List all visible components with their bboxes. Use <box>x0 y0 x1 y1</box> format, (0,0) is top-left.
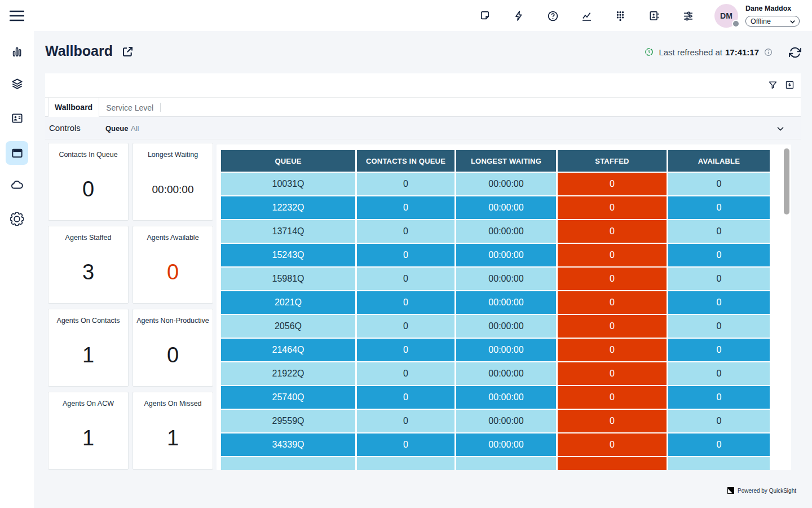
info-icon[interactable] <box>764 48 773 56</box>
table-row: 21922Q000:00:0000 <box>221 362 770 385</box>
queue-cell <box>221 457 355 470</box>
value-cell: 0 <box>357 315 454 338</box>
kpi-card: Agents Available0 <box>133 226 213 304</box>
open-in-new-icon[interactable] <box>121 45 134 58</box>
queue-table: QUEUECONTACTS IN QUEUELONGEST WAITINGSTA… <box>219 149 771 470</box>
dialpad-icon[interactable] <box>610 6 630 26</box>
value-cell: 0 <box>558 339 667 361</box>
value-cell: 0 <box>558 410 667 432</box>
value-cell: 0 <box>357 268 454 290</box>
status-select[interactable]: Offline <box>745 16 800 27</box>
queue-cell: 2056Q <box>221 315 355 338</box>
refresh-status-icon <box>645 47 654 56</box>
value-cell: 0 <box>558 433 667 456</box>
table-row <box>221 457 770 470</box>
sidebar-item-contacts[interactable] <box>8 109 26 127</box>
download-icon[interactable] <box>784 79 795 90</box>
hamburger-menu-icon[interactable] <box>8 8 26 24</box>
value-cell <box>456 457 556 470</box>
table-row: 29559Q000:00:0000 <box>221 410 770 432</box>
sidebar-item-cloud[interactable] <box>8 176 26 194</box>
queue-filter-value[interactable]: All <box>131 124 139 133</box>
controls-bar: Controls Queue All <box>45 117 801 139</box>
controls-collapse-icon[interactable] <box>776 124 785 133</box>
value-cell: 0 <box>558 173 667 195</box>
kpi-value: 1 <box>167 426 179 450</box>
value-cell: 0 <box>558 244 667 266</box>
directory-icon[interactable] <box>644 6 664 26</box>
metrics-icon[interactable] <box>576 6 597 26</box>
value-cell: 00:00:00 <box>456 173 556 195</box>
value-cell: 0 <box>357 244 454 266</box>
kpi-label: Agents Staffed <box>65 234 112 242</box>
value-cell: 0 <box>668 268 770 290</box>
value-cell: 0 <box>357 339 454 361</box>
table-row: 15981Q000:00:0000 <box>221 268 770 290</box>
bolt-icon[interactable] <box>509 6 529 26</box>
table-row: 12232Q000:00:0000 <box>221 196 770 219</box>
controls-label: Controls <box>49 123 81 133</box>
kpi-label: Agents On ACW <box>63 400 114 408</box>
queue-cell: 34339Q <box>221 433 355 456</box>
tab-service-level[interactable]: Service Level <box>99 98 160 117</box>
kpi-label: Agents On Missed <box>144 400 201 408</box>
queue-cell: 15243Q <box>221 244 355 266</box>
value-cell: 00:00:00 <box>456 244 556 266</box>
kpi-card: Contacts In Queue0 <box>48 143 129 221</box>
table-scrollbar-thumb[interactable] <box>784 148 789 214</box>
value-cell: 0 <box>668 244 770 266</box>
table-row: 15243Q000:00:0000 <box>221 244 770 266</box>
note-icon[interactable] <box>475 6 495 26</box>
value-cell: 0 <box>668 315 770 338</box>
kpi-label: Agents Non-Productive <box>136 317 209 325</box>
column-header: LONGEST WAITING <box>456 150 556 172</box>
sidebar-item-analytics[interactable] <box>8 43 26 61</box>
queue-cell: 2021Q <box>221 291 355 314</box>
kpi-card: Agents Staffed3 <box>48 226 129 304</box>
column-header: STAFFED <box>558 150 667 172</box>
sidebar-item-settings[interactable] <box>8 210 26 228</box>
value-cell: 0 <box>558 315 667 338</box>
table-row: 2056Q000:00:0000 <box>221 315 770 338</box>
column-header: QUEUE <box>221 150 355 172</box>
value-cell: 0 <box>668 386 770 409</box>
sidebar-item-wallboard[interactable] <box>6 141 28 165</box>
kpi-card: Agents Non-Productive0 <box>133 309 213 387</box>
kpi-value: 1 <box>82 343 94 367</box>
value-cell: 00:00:00 <box>456 315 556 338</box>
filter-icon[interactable] <box>767 79 778 90</box>
kpi-card: Longest Waiting00:00:00 <box>133 143 213 221</box>
queue-cell: 21922Q <box>221 362 355 385</box>
last-refreshed: Last refreshed at 17:41:17 <box>645 47 773 57</box>
kpi-label: Longest Waiting <box>148 151 198 159</box>
value-cell: 0 <box>558 386 667 409</box>
value-cell: 0 <box>558 196 667 219</box>
value-cell: 0 <box>357 220 454 243</box>
help-icon[interactable] <box>542 6 563 26</box>
queue-cell: 25740Q <box>221 386 355 409</box>
queue-cell: 13714Q <box>221 220 355 243</box>
last-refreshed-label: Last refreshed at <box>659 47 722 57</box>
queue-cell: 21464Q <box>221 339 355 361</box>
sliders-icon[interactable] <box>678 6 698 26</box>
avatar-initials: DM <box>720 11 732 20</box>
table-row: 13714Q000:00:0000 <box>221 220 770 243</box>
table-row: 10031Q000:00:0000 <box>221 173 770 195</box>
kpi-label: Agents Available <box>147 234 198 242</box>
value-cell: 0 <box>558 291 667 314</box>
value-cell: 0 <box>357 196 454 219</box>
value-cell: 00:00:00 <box>456 291 556 314</box>
refresh-icon[interactable] <box>788 46 802 59</box>
value-cell: 00:00:00 <box>456 433 556 456</box>
value-cell: 0 <box>668 433 770 456</box>
value-cell: 00:00:00 <box>456 362 556 385</box>
quicksight-logo-icon <box>727 487 734 494</box>
kpi-card: Agents On Missed1 <box>133 392 213 470</box>
tab-separator <box>160 103 161 112</box>
tab-wallboard[interactable]: Wallboard <box>48 98 99 117</box>
sidebar-item-layers[interactable] <box>8 75 26 93</box>
value-cell: 0 <box>357 173 454 195</box>
kpi-label: Agents On Contacts <box>57 317 120 325</box>
table-header-row: QUEUECONTACTS IN QUEUELONGEST WAITINGSTA… <box>221 150 770 172</box>
dashboard-toolbar <box>45 73 801 98</box>
